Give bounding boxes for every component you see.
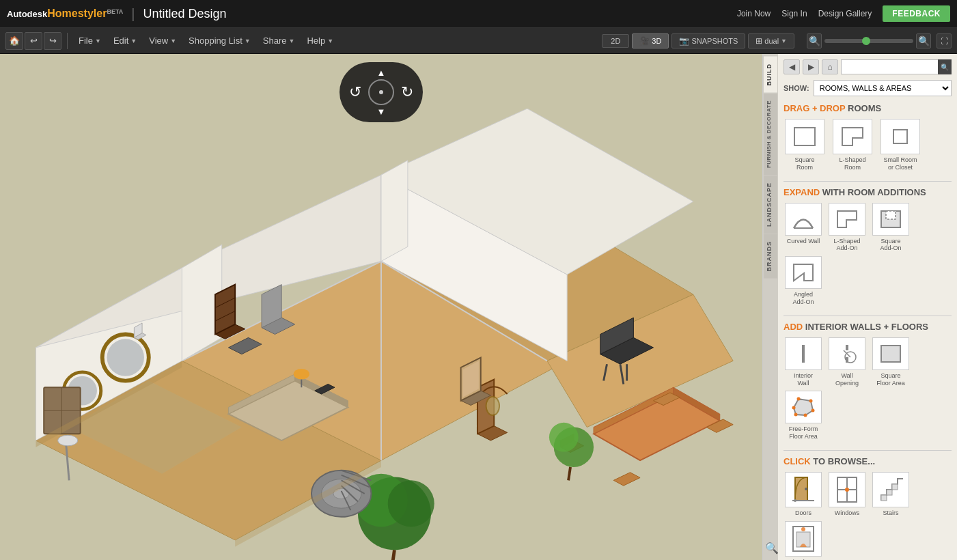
svg-line-51 bbox=[568, 467, 570, 480]
tab-landscape[interactable]: LANDSCAPE bbox=[764, 176, 777, 234]
file-menu[interactable]: File▼ bbox=[73, 33, 107, 48]
3d-view-btn[interactable]: 🎥3D bbox=[632, 33, 669, 48]
l-shaped-addon-item[interactable]: L-ShapedAdd-On bbox=[827, 203, 867, 253]
view-menu[interactable]: View▼ bbox=[143, 33, 182, 48]
stairs-item[interactable]: Stairs bbox=[871, 472, 911, 517]
side-tabs: BUILD FURNISH & DECORATE LANDSCAPE BRAND… bbox=[763, 54, 778, 560]
zoom-slider[interactable] bbox=[824, 39, 913, 43]
share-menu[interactable]: Share▼ bbox=[258, 33, 301, 48]
svg-line-48 bbox=[391, 550, 395, 560]
doors-item[interactable]: Doors bbox=[783, 472, 823, 517]
main-area: ↺ ▲ ▼ ↻ bbox=[0, 54, 957, 560]
additions-grid: Curved Wall L-ShapedAdd-On bbox=[783, 203, 952, 306]
divider-3 bbox=[783, 450, 952, 451]
edit-menu[interactable]: Edit▼ bbox=[108, 33, 142, 48]
canvas-area[interactable]: ↺ ▲ ▼ ↻ bbox=[0, 54, 762, 560]
panel-home-btn[interactable]: ⌂ bbox=[822, 59, 838, 74]
small-room-item[interactable]: Small Roomor Closet bbox=[879, 119, 921, 171]
nav-circle bbox=[368, 79, 394, 105]
topbar: AutodeskHomestylerBETA | Untitled Design… bbox=[0, 0, 957, 28]
wall-opening-item[interactable]: WallOpening bbox=[827, 337, 867, 387]
home-icon-btn[interactable]: 🏠 bbox=[5, 32, 23, 50]
square-room-item[interactable]: SquareRoom bbox=[783, 119, 826, 171]
expand-section: EXPAND WITH ROOM ADDITIONS Curved Wall bbox=[783, 187, 952, 306]
l-shaped-room-icon bbox=[833, 119, 872, 154]
floor-plan bbox=[0, 109, 762, 560]
design-gallery-link[interactable]: Design Gallery bbox=[818, 9, 872, 18]
curved-wall-label: Curved Wall bbox=[787, 238, 820, 245]
svg-point-90 bbox=[804, 414, 807, 417]
svg-rect-100 bbox=[881, 495, 887, 501]
fireplaces-item[interactable]: Fireplaces bbox=[783, 521, 823, 560]
walls-floors-title: ADD INTERIOR WALLS + FLOORS bbox=[783, 322, 952, 332]
free-form-floor-label: Free-FormFloor Area bbox=[789, 425, 818, 440]
view-controls: ↺ ▲ ▼ ↻ bbox=[339, 62, 423, 122]
windows-item[interactable]: Windows bbox=[827, 472, 867, 517]
snapshots-btn[interactable]: 📷SNAPSHOTS bbox=[671, 33, 745, 48]
svg-rect-81 bbox=[846, 345, 848, 350]
show-label: SHOW: bbox=[783, 84, 809, 92]
svg-point-47 bbox=[388, 480, 434, 527]
svg-point-22 bbox=[58, 435, 78, 446]
magnify-icon[interactable]: 🔍 bbox=[764, 536, 777, 560]
title-divider: | bbox=[131, 6, 135, 22]
walls-floors-section: ADD INTERIOR WALLS + FLOORS InteriorWall bbox=[783, 322, 952, 440]
right-tabs-container: BUILD FURNISH & DECORATE LANDSCAPE BRAND… bbox=[763, 54, 957, 560]
right-panel: BUILD FURNISH & DECORATE LANDSCAPE BRAND… bbox=[762, 54, 957, 560]
panel-back-btn[interactable]: ◀ bbox=[783, 59, 800, 74]
panel-search-btn[interactable]: 🔍 bbox=[938, 59, 952, 74]
feedback-button[interactable]: FEEDBACK bbox=[883, 5, 950, 22]
square-floor-item[interactable]: SquareFloor Area bbox=[871, 337, 911, 387]
undo-btn[interactable]: ↩ bbox=[25, 32, 42, 50]
join-now-link[interactable]: Join Now bbox=[737, 9, 771, 18]
svg-point-99 bbox=[845, 488, 849, 492]
2d-view-btn[interactable]: 2D bbox=[602, 34, 629, 48]
stairs-icon bbox=[872, 472, 909, 507]
show-dropdown[interactable]: ROOMS, WALLS & AREAS ALL FLOORS ONLY bbox=[814, 80, 952, 96]
panel-search-input[interactable] bbox=[841, 59, 952, 74]
svg-point-95 bbox=[794, 499, 796, 502]
nav-down-btn[interactable]: ▼ bbox=[377, 107, 386, 117]
svg-marker-38 bbox=[613, 473, 640, 486]
interior-wall-icon bbox=[785, 337, 822, 370]
free-form-floor-item[interactable]: Free-FormFloor Area bbox=[783, 391, 823, 440]
curved-wall-item[interactable]: Curved Wall bbox=[783, 203, 823, 253]
divider-2 bbox=[783, 316, 952, 316]
drag-drop-title: DRAG + DROP ROOMS bbox=[783, 103, 952, 113]
svg-point-93 bbox=[805, 488, 807, 490]
help-menu[interactable]: Help▼ bbox=[301, 33, 339, 48]
svg-rect-85 bbox=[881, 346, 900, 362]
panel-content: ◀ ▶ ⌂ 🔍 SHOW: ROOMS, WALLS & AREAS ALL F… bbox=[778, 54, 957, 560]
drag-drop-section: DRAG + DROP ROOMS SquareRoom bbox=[783, 103, 952, 171]
tab-build[interactable]: BUILD bbox=[764, 57, 777, 93]
zoom-in-btn[interactable]: 🔍 bbox=[916, 33, 931, 48]
interior-wall-item[interactable]: InteriorWall bbox=[783, 337, 823, 387]
l-shaped-room-item[interactable]: L-ShapedRoom bbox=[831, 119, 874, 171]
redo-btn[interactable]: ↪ bbox=[44, 32, 61, 50]
svg-point-50 bbox=[549, 423, 579, 452]
l-shaped-addon-icon bbox=[829, 203, 865, 236]
panel-forward-btn[interactable]: ▶ bbox=[803, 59, 819, 74]
svg-rect-74 bbox=[794, 128, 815, 145]
doors-icon bbox=[785, 472, 822, 507]
rotate-left-btn[interactable]: ↺ bbox=[349, 83, 361, 101]
square-floor-label: SquareFloor Area bbox=[876, 372, 905, 387]
dual-view-btn[interactable]: ⊞dual▼ bbox=[748, 33, 794, 48]
nav-up-btn[interactable]: ▲ bbox=[377, 68, 386, 78]
fullscreen-btn[interactable]: ⛶ bbox=[937, 33, 952, 48]
tab-brands[interactable]: BRANDS bbox=[764, 234, 777, 279]
fireplaces-icon bbox=[785, 521, 822, 557]
show-row: SHOW: ROOMS, WALLS & AREAS ALL FLOORS ON… bbox=[783, 80, 952, 96]
sign-in-link[interactable]: Sign In bbox=[781, 9, 807, 18]
angled-addon-item[interactable]: AngledAdd-On bbox=[783, 256, 823, 306]
angled-addon-icon bbox=[785, 256, 822, 289]
svg-point-88 bbox=[809, 400, 813, 403]
square-addon-item[interactable]: SquareAdd-On bbox=[871, 203, 911, 253]
shopping-list-menu[interactable]: Shopping List▼ bbox=[183, 33, 256, 48]
l-shaped-addon-label: L-ShapedAdd-On bbox=[833, 238, 860, 253]
rotate-right-btn[interactable]: ↻ bbox=[401, 83, 413, 101]
browse-grid: Doors Windows bbox=[783, 472, 952, 560]
zoom-out-btn[interactable]: 🔍 bbox=[807, 33, 822, 48]
tab-furnish-decorate[interactable]: FURNISH & DECORATE bbox=[764, 94, 777, 175]
windows-label: Windows bbox=[835, 509, 860, 517]
